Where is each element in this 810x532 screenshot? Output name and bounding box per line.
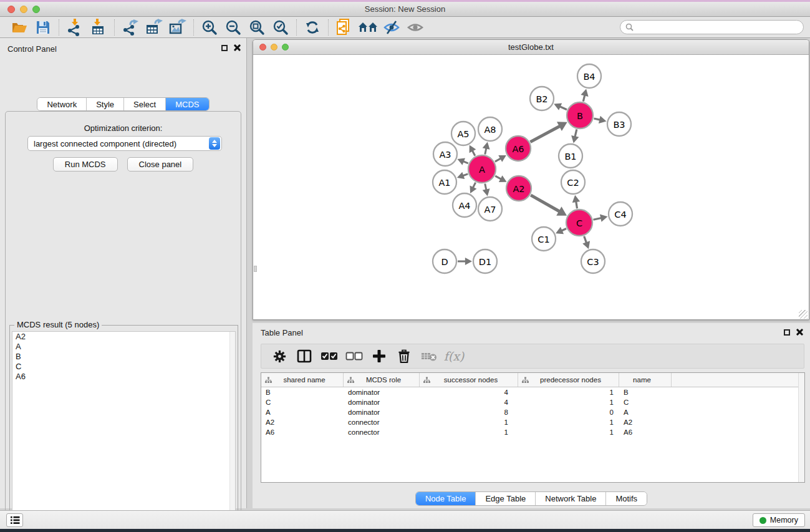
network-window-titlebar[interactable]: testGlobe.txt [253,40,809,55]
tab-mcds[interactable]: MCDS [165,98,208,110]
edge-B-B2[interactable] [560,107,567,110]
import-table-icon[interactable] [87,18,110,37]
deselect-all-icon[interactable] [344,346,365,366]
table-row[interactable]: Adominator80A [261,407,804,417]
edge-A-A6[interactable] [495,158,501,162]
open-session-icon[interactable] [7,18,31,37]
node-C4[interactable]: C4 [609,202,632,226]
column-header-shared-name[interactable]: shared name [261,373,344,387]
column-header-name[interactable]: name [619,373,672,387]
select-all-icon[interactable] [319,346,340,366]
edge-B-B1[interactable] [575,129,577,137]
home-networks-icon[interactable] [356,18,380,37]
edge-A-A8[interactable] [485,148,486,154]
node-A[interactable]: A [468,155,496,183]
zoom-fit-icon[interactable] [245,18,269,37]
close-panel-icon[interactable] [233,44,240,51]
node-C1[interactable]: C1 [532,227,556,251]
delete-table-icon[interactable] [418,346,440,366]
run-mcds-button[interactable]: Run MCDS [53,157,118,172]
table-tab-network-table[interactable]: Network Table [535,492,605,505]
mcds-result-item[interactable]: C [12,362,235,372]
edge-A-A5[interactable] [472,151,475,156]
node-C3[interactable]: C3 [581,249,605,273]
table-scrollbar[interactable] [798,373,804,482]
clone-network-icon[interactable] [332,18,356,37]
close-panel-button[interactable]: Close panel [127,157,194,172]
refresh-icon[interactable] [301,18,324,37]
float-panel-icon[interactable] [221,45,228,51]
tab-select[interactable]: Select [123,98,165,110]
mcds-result-item[interactable]: A2 [12,332,235,342]
mcds-result-item[interactable]: B [12,352,235,362]
memory-button[interactable]: Memory [753,513,805,527]
export-image-icon[interactable] [166,18,190,37]
edge-A-A7[interactable] [485,184,486,190]
export-table-icon[interactable] [142,18,166,37]
table-float-panel-icon[interactable] [784,329,790,336]
table-row[interactable]: A2connector11A2 [261,417,804,427]
mcds-result-item[interactable]: A6 [12,372,235,382]
table-settings-gear-icon[interactable] [269,346,290,366]
zoom-out-icon[interactable] [221,18,245,37]
edge-A6-B[interactable] [530,126,559,142]
add-column-icon[interactable] [369,346,390,366]
column-header-predecessor-nodes[interactable]: predecessor nodes [518,373,619,387]
network-canvas[interactable]: B4B2BB3A5A8A6A3B1AA1C2A2A4A7C4CC1C3DD1 [254,55,808,319]
node-A8[interactable]: A8 [478,117,502,141]
mcds-result-item[interactable]: A [12,342,235,352]
edge-A-A4[interactable] [473,183,476,188]
node-D1[interactable]: D1 [473,249,497,273]
zoom-selected-icon[interactable] [269,18,292,37]
node-A4[interactable]: A4 [453,193,476,217]
tab-network[interactable]: Network [37,98,86,110]
mcds-result-list[interactable]: A2ABCA6 [12,331,236,532]
table-row[interactable]: Bdominator41B [261,387,804,397]
hide-graphics-details-icon[interactable] [380,18,403,37]
edge-C-C2[interactable] [576,201,577,208]
column-header-successor-nodes[interactable]: successor nodes [420,373,518,387]
save-session-icon[interactable] [31,18,55,37]
edge-C-C1[interactable] [562,229,566,231]
node-A2[interactable]: A2 [506,176,531,201]
edge-A-A2[interactable] [495,176,501,179]
edge-A-A3[interactable] [463,162,468,163]
window-resize-grip[interactable] [799,310,808,319]
edge-C-C4[interactable] [593,218,601,220]
edge-A2-C[interactable] [531,195,559,211]
zoom-in-icon[interactable] [198,18,221,37]
import-network-icon[interactable] [63,18,87,37]
edge-A-A1[interactable] [463,174,468,176]
node-B2[interactable]: B2 [530,87,554,110]
node-A5[interactable]: A5 [451,122,475,145]
table-row[interactable]: A6connector11A6 [261,427,804,437]
search-input[interactable] [637,23,798,32]
table-tab-edge-table[interactable]: Edge Table [475,492,535,505]
table-tab-motifs[interactable]: Motifs [605,492,647,505]
node-C2[interactable]: C2 [561,170,585,194]
function-builder-icon[interactable]: f(x) [443,346,465,366]
criterion-dropdown[interactable]: largest connected component (directed) [27,136,222,151]
search-box[interactable] [620,20,804,34]
task-history-button[interactable] [6,513,23,527]
show-graphics-details-icon[interactable] [403,18,427,37]
node-B3[interactable]: B3 [607,112,631,136]
edge-C-C3[interactable] [584,236,587,243]
node-A3[interactable]: A3 [433,142,457,166]
column-header-MCDS-role[interactable]: MCDS role [344,373,420,387]
delete-column-icon[interactable] [393,346,415,366]
node-A7[interactable]: A7 [478,197,502,221]
edge-B-B4[interactable] [583,95,584,102]
node-B4[interactable]: B4 [577,64,601,88]
canvas-edge-grip[interactable] [254,266,257,272]
tab-style[interactable]: Style [86,98,123,110]
node-A1[interactable]: A1 [433,170,456,194]
edge-B-B3[interactable] [594,118,600,120]
node-A6[interactable]: A6 [506,136,531,161]
node-B[interactable]: B [567,102,593,128]
node-C[interactable]: C [566,210,592,236]
table-row[interactable]: Cdominator41C [261,397,804,407]
node-D[interactable]: D [433,249,456,273]
table-tab-node-table[interactable]: Node Table [416,492,476,505]
table-close-panel-icon[interactable] [796,329,803,336]
